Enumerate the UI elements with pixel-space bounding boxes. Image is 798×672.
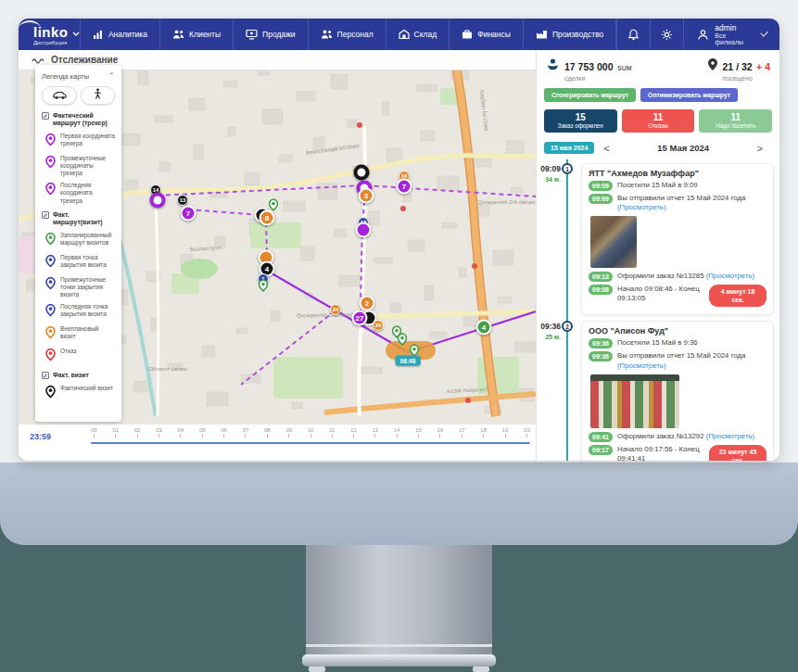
user-menu[interactable]: admin Все филиалы <box>683 19 779 50</box>
notifications-button[interactable] <box>616 19 650 50</box>
visit-event: 09:36Посетили 15 Май в 9:36 <box>589 338 766 349</box>
time-tick: 04 <box>178 427 184 437</box>
legend-item-label: Последняя координата трекера <box>60 182 115 204</box>
time-tick-mark <box>397 434 398 437</box>
event-view-link[interactable]: (Просмотреть) <box>617 203 666 211</box>
map-marker[interactable] <box>150 193 166 209</box>
time-tick-label: 14 <box>394 427 400 433</box>
event-text: Начало 09:08:46 - Конец 09:13:05 <box>617 285 704 303</box>
logo[interactable]: linko Дистрибуция <box>19 24 80 45</box>
time-tick-label: 15 <box>415 427 422 433</box>
event-view-link[interactable]: (Просмотреть) <box>706 432 755 440</box>
map-marker[interactable] <box>356 222 372 238</box>
map-marker[interactable]: 13 <box>177 195 188 206</box>
time-tick: 08 <box>264 427 271 437</box>
next-day-button[interactable]: > <box>748 143 772 154</box>
deals-icon <box>546 57 560 75</box>
legend-item: Фактический визит <box>45 385 115 402</box>
event-text: Посетили 15 Май в 9:09 <box>617 181 698 190</box>
event-view-link[interactable]: (Просмотреть) <box>706 272 755 280</box>
time-tick-mark <box>483 434 484 437</box>
entry-number-badge: 2 <box>562 321 573 332</box>
legend-item-label: Внеплановый визит <box>60 325 115 340</box>
time-tick: 13 <box>372 427 378 437</box>
nav-item-label: Склад <box>414 30 437 39</box>
current-date-label: 15 Мая 2024 <box>619 143 748 153</box>
sales-icon <box>246 29 258 40</box>
time-tick-mark <box>374 434 375 437</box>
time-tick-mark <box>202 434 203 437</box>
time-tick: 05 <box>199 427 206 437</box>
optimize-route-button[interactable]: Оптимизировать маршрут <box>640 88 738 102</box>
map-marker-pin[interactable] <box>259 279 269 297</box>
prev-day-button[interactable]: < <box>594 143 618 154</box>
pedestrian-toggle-button[interactable] <box>81 86 116 105</box>
time-tick-label: 09 <box>285 427 292 433</box>
nav-item-finance[interactable]: Финансы <box>449 19 523 50</box>
visit-event: 09:36Вы отправили отчет 15 Май 2024 года… <box>589 351 766 370</box>
legend-section: ✓Факт. маршрут(визит) <box>42 211 115 227</box>
map-marker[interactable]: 7 <box>397 179 412 195</box>
legend-collapse-icon[interactable]: ⌃ <box>108 71 115 81</box>
map-marker[interactable]: 8 <box>260 210 275 226</box>
nav-item-label: Клиенты <box>189 30 221 39</box>
stat-value: 11 <box>622 112 695 122</box>
event-view-link[interactable]: (Просмотреть) <box>617 361 666 370</box>
stat-box[interactable]: 15Заказ оформлен <box>544 109 617 133</box>
pin-icon <box>707 57 718 75</box>
map-marker[interactable]: 24 <box>330 304 341 315</box>
stat-box[interactable]: 11Надо посетить <box>699 109 772 133</box>
nav-item-production[interactable]: Производство <box>523 19 616 50</box>
visit-timeline: 09:09134 м.ЯТТ "Ахмедов Музаффар"09:09По… <box>537 159 779 461</box>
selected-date-badge[interactable]: 15 мая 2024 <box>544 142 594 154</box>
checkbox[interactable]: ✓ <box>42 372 49 379</box>
map-marker[interactable]: 26 <box>373 320 384 331</box>
nav-item-sales[interactable]: Продажи <box>233 19 308 50</box>
map-marker[interactable]: 4 <box>476 320 492 336</box>
nav-item-clients[interactable]: Клиенты <box>159 19 233 50</box>
map-marker[interactable] <box>354 165 370 181</box>
visits-extra: + 4 <box>756 61 770 72</box>
map-marker[interactable]: 3 <box>359 188 374 204</box>
time-tick: 07 <box>243 427 249 437</box>
time-tick: 01 <box>112 427 119 437</box>
checkbox[interactable]: ✓ <box>42 211 49 219</box>
nav-item-staff[interactable]: Персонал <box>308 19 386 50</box>
map-marker[interactable]: 2 <box>360 296 375 311</box>
legend-item: Отказ <box>45 348 115 365</box>
time-slider-track[interactable] <box>91 442 530 444</box>
map-marker[interactable]: 27 <box>352 311 368 326</box>
finance-icon <box>462 29 473 40</box>
monitor-stand <box>306 545 492 654</box>
nav-item-analytics[interactable]: Аналитика <box>80 19 159 50</box>
nav-item-label: Продажи <box>262 30 296 39</box>
deals-amount: 17 753 000 <box>564 61 614 72</box>
time-tick: 17 <box>459 427 465 437</box>
current-time-label: 23:59 <box>30 432 51 441</box>
vehicle-toggle-button[interactable] <box>42 86 77 105</box>
settings-button[interactable] <box>650 19 683 50</box>
nav-item-warehouse[interactable]: Склад <box>386 19 450 50</box>
time-ticks: 0001020304050607080910111213141516171819… <box>91 427 530 437</box>
time-tick-label: 12 <box>350 427 357 433</box>
monitor-base <box>302 654 496 666</box>
visit-event: 09:08Начало 09:08:46 - Конец 09:13:054 м… <box>589 285 766 307</box>
map-marker-pin[interactable] <box>398 333 408 350</box>
map-marker[interactable]: 7 <box>181 206 196 222</box>
event-text: Посетили 15 Май в 9:36 <box>617 338 698 348</box>
stat-box[interactable]: 11Отказы <box>622 109 695 133</box>
event-text: Оформили заказ №13292 (Просмотреть) <box>617 432 754 441</box>
event-time-badge: 09:13 <box>589 272 613 282</box>
stat-label: Заказ оформлен <box>544 122 617 129</box>
time-tick-label: 11 <box>329 427 335 433</box>
visit-event: 09:09Посетили 15 Май в 9:09 <box>589 181 766 191</box>
visit-photo[interactable] <box>590 374 679 428</box>
checkbox[interactable]: ✓ <box>42 112 49 120</box>
visit-card: ЯТТ "Ахмедов Музаффар"09:09Посетили 15 М… <box>581 163 774 315</box>
legend-item: Промежуточные точки закрытия визита <box>45 276 115 298</box>
chevron-down-icon <box>760 29 768 37</box>
generate-route-button[interactable]: Сгенерировать маршрут <box>544 88 636 102</box>
map-time-badge[interactable]: 08:48 <box>396 356 421 366</box>
time-tick-mark <box>332 434 333 437</box>
visit-photo[interactable] <box>590 216 637 268</box>
